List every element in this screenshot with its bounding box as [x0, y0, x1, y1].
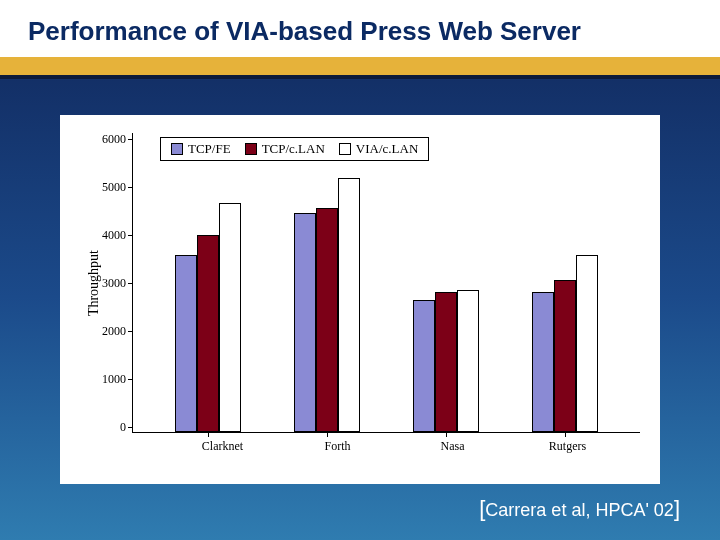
bar-group — [148, 203, 267, 432]
title-band: Performance of VIA-based Press Web Serve… — [0, 0, 720, 75]
legend: TCP/FE TCP/c.LAN VIA/c.LAN — [160, 137, 429, 161]
page-title: Performance of VIA-based Press Web Serve… — [28, 16, 692, 47]
y-tick: 6000 — [102, 133, 126, 145]
legend-label: TCP/FE — [188, 141, 231, 157]
bar — [316, 208, 338, 432]
bar — [576, 255, 598, 432]
chart: Throughput 6000500040003000200010000 — [80, 133, 640, 433]
y-tick: 0 — [120, 421, 126, 433]
legend-item: TCP/c.LAN — [245, 141, 325, 157]
legend-label: TCP/c.LAN — [262, 141, 325, 157]
legend-swatch-icon — [171, 143, 183, 155]
citation-text: Carrera et al, HPCA' 02 — [485, 500, 674, 520]
category-label: Rutgers — [510, 439, 625, 454]
y-tick: 1000 — [102, 373, 126, 385]
bracket-close: ] — [674, 496, 680, 521]
y-axis-label: Throughput — [80, 250, 102, 316]
category-label: Nasa — [395, 439, 510, 454]
legend-item: VIA/c.LAN — [339, 141, 418, 157]
bar — [435, 292, 457, 432]
bar — [294, 213, 316, 432]
x-axis-labels: ClarknetForthNasaRutgers — [150, 433, 640, 454]
bar — [175, 255, 197, 432]
legend-swatch-icon — [339, 143, 351, 155]
y-tick: 2000 — [102, 325, 126, 337]
bar — [338, 178, 360, 432]
bar-group — [267, 178, 386, 432]
bar — [413, 300, 435, 432]
legend-label: VIA/c.LAN — [356, 141, 418, 157]
y-tick: 5000 — [102, 181, 126, 193]
bar-group — [506, 255, 625, 432]
category-label: Forth — [280, 439, 395, 454]
legend-item: TCP/FE — [171, 141, 231, 157]
bar — [554, 280, 576, 432]
bar-group — [387, 290, 506, 432]
bar — [197, 235, 219, 432]
bar — [532, 292, 554, 432]
plot-area — [132, 133, 640, 433]
y-tick: 3000 — [102, 277, 126, 289]
bar — [219, 203, 241, 432]
chart-container: TCP/FE TCP/c.LAN VIA/c.LAN Throughput 60… — [60, 115, 660, 484]
category-label: Clarknet — [165, 439, 280, 454]
citation: [Carrera et al, HPCA' 02] — [479, 496, 680, 522]
y-axis: 6000500040003000200010000 — [102, 133, 132, 433]
legend-swatch-icon — [245, 143, 257, 155]
y-tick: 4000 — [102, 229, 126, 241]
bar — [457, 290, 479, 432]
